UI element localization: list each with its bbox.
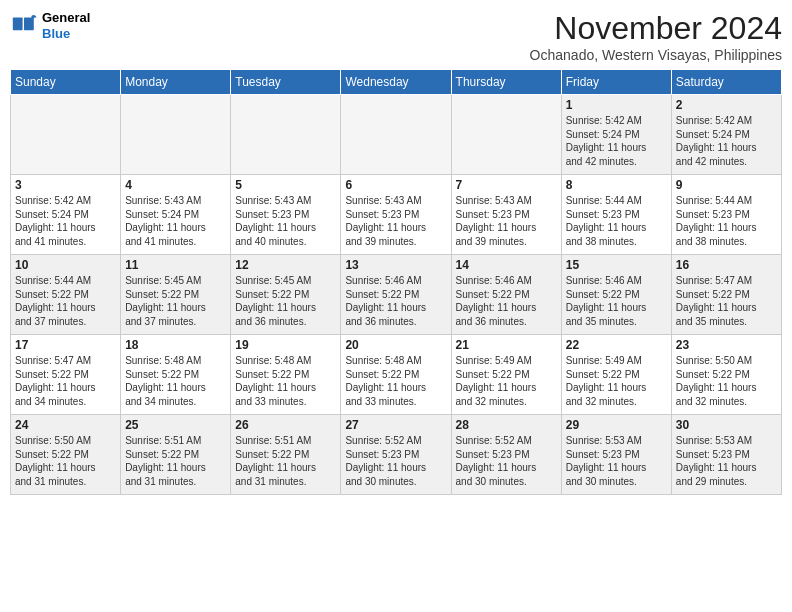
calendar-cell: 12Sunrise: 5:45 AM Sunset: 5:22 PM Dayli… xyxy=(231,255,341,335)
day-info: Sunrise: 5:47 AM Sunset: 5:22 PM Dayligh… xyxy=(15,354,116,408)
week-row-4: 17Sunrise: 5:47 AM Sunset: 5:22 PM Dayli… xyxy=(11,335,782,415)
day-number: 28 xyxy=(456,418,557,432)
day-info: Sunrise: 5:45 AM Sunset: 5:22 PM Dayligh… xyxy=(125,274,226,328)
weekday-wednesday: Wednesday xyxy=(341,70,451,95)
day-info: Sunrise: 5:42 AM Sunset: 5:24 PM Dayligh… xyxy=(15,194,116,248)
calendar-cell: 17Sunrise: 5:47 AM Sunset: 5:22 PM Dayli… xyxy=(11,335,121,415)
day-number: 13 xyxy=(345,258,446,272)
day-info: Sunrise: 5:49 AM Sunset: 5:22 PM Dayligh… xyxy=(456,354,557,408)
day-info: Sunrise: 5:53 AM Sunset: 5:23 PM Dayligh… xyxy=(676,434,777,488)
day-info: Sunrise: 5:51 AM Sunset: 5:22 PM Dayligh… xyxy=(125,434,226,488)
logo-line1: General xyxy=(42,10,90,26)
day-number: 12 xyxy=(235,258,336,272)
day-number: 2 xyxy=(676,98,777,112)
day-info: Sunrise: 5:44 AM Sunset: 5:23 PM Dayligh… xyxy=(566,194,667,248)
day-number: 6 xyxy=(345,178,446,192)
week-row-5: 24Sunrise: 5:50 AM Sunset: 5:22 PM Dayli… xyxy=(11,415,782,495)
title-area: November 2024 Ochanado, Western Visayas,… xyxy=(530,10,782,63)
logo: General Blue xyxy=(10,10,90,41)
calendar-cell: 23Sunrise: 5:50 AM Sunset: 5:22 PM Dayli… xyxy=(671,335,781,415)
svg-rect-1 xyxy=(13,17,23,30)
month-year: November 2024 xyxy=(530,10,782,47)
day-number: 20 xyxy=(345,338,446,352)
weekday-header-row: SundayMondayTuesdayWednesdayThursdayFrid… xyxy=(11,70,782,95)
day-number: 30 xyxy=(676,418,777,432)
logo-icon xyxy=(10,12,38,40)
day-number: 10 xyxy=(15,258,116,272)
day-info: Sunrise: 5:50 AM Sunset: 5:22 PM Dayligh… xyxy=(676,354,777,408)
calendar-cell: 25Sunrise: 5:51 AM Sunset: 5:22 PM Dayli… xyxy=(121,415,231,495)
calendar-cell xyxy=(121,95,231,175)
svg-rect-2 xyxy=(24,17,34,30)
day-number: 7 xyxy=(456,178,557,192)
logo-text: General Blue xyxy=(42,10,90,41)
day-info: Sunrise: 5:48 AM Sunset: 5:22 PM Dayligh… xyxy=(345,354,446,408)
weekday-thursday: Thursday xyxy=(451,70,561,95)
day-info: Sunrise: 5:42 AM Sunset: 5:24 PM Dayligh… xyxy=(566,114,667,168)
day-number: 3 xyxy=(15,178,116,192)
day-number: 26 xyxy=(235,418,336,432)
day-number: 11 xyxy=(125,258,226,272)
calendar-cell: 27Sunrise: 5:52 AM Sunset: 5:23 PM Dayli… xyxy=(341,415,451,495)
calendar-cell: 15Sunrise: 5:46 AM Sunset: 5:22 PM Dayli… xyxy=(561,255,671,335)
day-info: Sunrise: 5:46 AM Sunset: 5:22 PM Dayligh… xyxy=(456,274,557,328)
day-number: 27 xyxy=(345,418,446,432)
weekday-sunday: Sunday xyxy=(11,70,121,95)
day-info: Sunrise: 5:44 AM Sunset: 5:22 PM Dayligh… xyxy=(15,274,116,328)
calendar-cell: 1Sunrise: 5:42 AM Sunset: 5:24 PM Daylig… xyxy=(561,95,671,175)
calendar-cell: 20Sunrise: 5:48 AM Sunset: 5:22 PM Dayli… xyxy=(341,335,451,415)
calendar-cell: 13Sunrise: 5:46 AM Sunset: 5:22 PM Dayli… xyxy=(341,255,451,335)
day-number: 16 xyxy=(676,258,777,272)
calendar-cell: 29Sunrise: 5:53 AM Sunset: 5:23 PM Dayli… xyxy=(561,415,671,495)
weekday-saturday: Saturday xyxy=(671,70,781,95)
calendar-cell: 19Sunrise: 5:48 AM Sunset: 5:22 PM Dayli… xyxy=(231,335,341,415)
day-number: 4 xyxy=(125,178,226,192)
calendar-cell: 30Sunrise: 5:53 AM Sunset: 5:23 PM Dayli… xyxy=(671,415,781,495)
day-number: 22 xyxy=(566,338,667,352)
day-number: 14 xyxy=(456,258,557,272)
calendar-cell: 8Sunrise: 5:44 AM Sunset: 5:23 PM Daylig… xyxy=(561,175,671,255)
day-number: 15 xyxy=(566,258,667,272)
day-info: Sunrise: 5:48 AM Sunset: 5:22 PM Dayligh… xyxy=(125,354,226,408)
day-info: Sunrise: 5:47 AM Sunset: 5:22 PM Dayligh… xyxy=(676,274,777,328)
week-row-3: 10Sunrise: 5:44 AM Sunset: 5:22 PM Dayli… xyxy=(11,255,782,335)
day-info: Sunrise: 5:44 AM Sunset: 5:23 PM Dayligh… xyxy=(676,194,777,248)
day-info: Sunrise: 5:52 AM Sunset: 5:23 PM Dayligh… xyxy=(345,434,446,488)
day-info: Sunrise: 5:50 AM Sunset: 5:22 PM Dayligh… xyxy=(15,434,116,488)
calendar-cell: 11Sunrise: 5:45 AM Sunset: 5:22 PM Dayli… xyxy=(121,255,231,335)
day-number: 8 xyxy=(566,178,667,192)
calendar-cell: 10Sunrise: 5:44 AM Sunset: 5:22 PM Dayli… xyxy=(11,255,121,335)
calendar-cell: 9Sunrise: 5:44 AM Sunset: 5:23 PM Daylig… xyxy=(671,175,781,255)
day-info: Sunrise: 5:43 AM Sunset: 5:23 PM Dayligh… xyxy=(456,194,557,248)
day-info: Sunrise: 5:52 AM Sunset: 5:23 PM Dayligh… xyxy=(456,434,557,488)
day-info: Sunrise: 5:51 AM Sunset: 5:22 PM Dayligh… xyxy=(235,434,336,488)
day-number: 29 xyxy=(566,418,667,432)
calendar-cell: 18Sunrise: 5:48 AM Sunset: 5:22 PM Dayli… xyxy=(121,335,231,415)
calendar-cell: 6Sunrise: 5:43 AM Sunset: 5:23 PM Daylig… xyxy=(341,175,451,255)
calendar-cell xyxy=(451,95,561,175)
week-row-1: 1Sunrise: 5:42 AM Sunset: 5:24 PM Daylig… xyxy=(11,95,782,175)
day-number: 19 xyxy=(235,338,336,352)
calendar-cell: 7Sunrise: 5:43 AM Sunset: 5:23 PM Daylig… xyxy=(451,175,561,255)
calendar-cell: 21Sunrise: 5:49 AM Sunset: 5:22 PM Dayli… xyxy=(451,335,561,415)
day-info: Sunrise: 5:46 AM Sunset: 5:22 PM Dayligh… xyxy=(345,274,446,328)
calendar-cell: 5Sunrise: 5:43 AM Sunset: 5:23 PM Daylig… xyxy=(231,175,341,255)
calendar-cell: 4Sunrise: 5:43 AM Sunset: 5:24 PM Daylig… xyxy=(121,175,231,255)
calendar-cell: 3Sunrise: 5:42 AM Sunset: 5:24 PM Daylig… xyxy=(11,175,121,255)
day-info: Sunrise: 5:48 AM Sunset: 5:22 PM Dayligh… xyxy=(235,354,336,408)
calendar-cell: 2Sunrise: 5:42 AM Sunset: 5:24 PM Daylig… xyxy=(671,95,781,175)
day-info: Sunrise: 5:42 AM Sunset: 5:24 PM Dayligh… xyxy=(676,114,777,168)
day-number: 9 xyxy=(676,178,777,192)
calendar-cell: 14Sunrise: 5:46 AM Sunset: 5:22 PM Dayli… xyxy=(451,255,561,335)
calendar-cell: 28Sunrise: 5:52 AM Sunset: 5:23 PM Dayli… xyxy=(451,415,561,495)
day-number: 23 xyxy=(676,338,777,352)
day-info: Sunrise: 5:43 AM Sunset: 5:24 PM Dayligh… xyxy=(125,194,226,248)
day-number: 18 xyxy=(125,338,226,352)
weekday-tuesday: Tuesday xyxy=(231,70,341,95)
day-number: 17 xyxy=(15,338,116,352)
weekday-monday: Monday xyxy=(121,70,231,95)
calendar-cell xyxy=(231,95,341,175)
page-header: General Blue November 2024 Ochanado, Wes… xyxy=(10,10,782,63)
weekday-friday: Friday xyxy=(561,70,671,95)
calendar-cell xyxy=(341,95,451,175)
